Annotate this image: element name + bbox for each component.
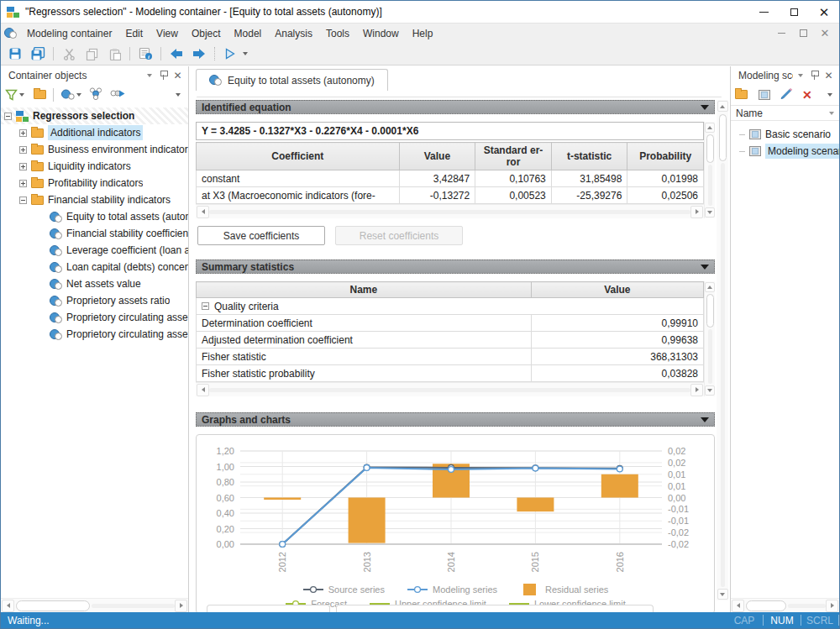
menu-item-model[interactable]: Model	[228, 25, 269, 42]
scroll-right-button[interactable]	[690, 206, 703, 218]
panel-close-button[interactable]: ✕	[171, 69, 185, 82]
hscroll-thumb[interactable]	[16, 600, 90, 611]
summary-group-row[interactable]: Quality criteria	[197, 298, 704, 315]
table-row[interactable]: Fisher statistic probability0,03828	[197, 365, 704, 382]
right-panel-hscrollbar[interactable]	[731, 598, 839, 612]
legend-item[interactable]: Source series	[302, 584, 385, 595]
run-button[interactable]	[220, 45, 240, 63]
hscroll-track[interactable]	[788, 604, 826, 608]
new-folder-button[interactable]	[34, 90, 46, 99]
column-header[interactable]: Probability	[627, 143, 704, 170]
scroll-down-button[interactable]	[705, 207, 715, 218]
model-group-button[interactable]	[89, 87, 102, 102]
vscroll-track[interactable]	[708, 329, 712, 384]
close-button[interactable]: ✕	[809, 1, 839, 23]
panel-pin-button[interactable]	[807, 69, 822, 82]
model-chart[interactable]: 1,201,000,800,600,400,200,000,020,020,01…	[198, 439, 702, 580]
scroll-right-button[interactable]	[690, 384, 703, 396]
menu-item-modeling-container[interactable]: Modeling container	[20, 25, 118, 42]
tree-folder[interactable]: Business environment indicators	[1, 141, 188, 158]
summary-hscrollbar[interactable]	[196, 382, 704, 396]
edit-scenario-button[interactable]	[780, 87, 793, 102]
minimize-button[interactable]	[748, 1, 779, 23]
scroll-up-button[interactable]	[705, 282, 715, 292]
vscroll-track[interactable]	[721, 163, 725, 587]
legend-item[interactable]: Residual series	[519, 584, 608, 595]
object-properties-button[interactable]: i	[135, 45, 155, 63]
toolbar-overflow-caret[interactable]	[176, 93, 181, 97]
scroll-left-button[interactable]	[2, 600, 14, 612]
hscroll-thumb[interactable]	[746, 600, 786, 611]
vscroll-thumb[interactable]	[719, 114, 727, 161]
collapse-expander-icon[interactable]	[19, 129, 27, 137]
column-dropdown-caret[interactable]	[829, 112, 834, 115]
scroll-down-button[interactable]	[717, 589, 728, 600]
mdi-restore-button[interactable]	[792, 25, 814, 42]
back-button[interactable]	[166, 45, 186, 63]
copy-button[interactable]	[81, 45, 102, 63]
delete-scenario-button[interactable]: ✕	[802, 89, 812, 101]
forward-button[interactable]	[189, 45, 209, 63]
scenario-item[interactable]: Modeling scenario	[731, 143, 839, 160]
panel-menu-button[interactable]	[793, 69, 807, 82]
column-header[interactable]: Standard er-ror	[475, 143, 552, 170]
tab-equity-to-total-assets[interactable]: Equity to total assets (autonomy)	[196, 69, 388, 91]
scroll-down-button[interactable]	[705, 385, 715, 396]
tree-leaf-model[interactable]: Proprietory circulating assets	[1, 326, 188, 343]
menu-item-help[interactable]: Help	[406, 25, 440, 42]
menu-item-window[interactable]: Window	[356, 25, 406, 42]
scroll-left-button[interactable]	[732, 600, 744, 612]
menu-item-analysis[interactable]: Analysis	[268, 25, 319, 42]
toolbar-overflow-caret[interactable]	[827, 93, 832, 97]
cut-button[interactable]	[59, 45, 79, 63]
table-row[interactable]: Adjusted determination coefficient0,9963…	[197, 332, 704, 349]
coefficients-hscrollbar[interactable]	[196, 204, 704, 218]
column-header[interactable]: Coefficient	[197, 143, 400, 170]
collapse-expander-icon[interactable]	[19, 180, 27, 187]
maximize-button[interactable]	[779, 1, 809, 23]
table-row[interactable]: Fisher statistic368,31303	[197, 349, 704, 365]
paste-button[interactable]	[104, 45, 124, 63]
new-scenario-button[interactable]	[759, 90, 770, 100]
collapse-expander-icon[interactable]	[19, 163, 27, 170]
tree-root[interactable]: Regressors selection	[1, 107, 188, 124]
hscroll-track[interactable]	[209, 388, 690, 392]
equation-box[interactable]: Y = 3.4285 - 0.1327*X3 - 0.2276*X4 - 0.0…	[196, 122, 704, 140]
save-coefficients-button[interactable]: Save coefficients	[197, 226, 325, 245]
scroll-up-button[interactable]	[717, 101, 728, 112]
summary-vscrollbar[interactable]	[704, 281, 715, 396]
run-models-button[interactable]	[110, 88, 127, 102]
menu-item-edit[interactable]: Edit	[118, 25, 150, 42]
collapse-expander-icon[interactable]	[19, 146, 27, 154]
scroll-right-button[interactable]	[175, 600, 187, 612]
collapse-expander-icon[interactable]	[202, 302, 209, 310]
section-summary-statistics[interactable]: Summary statistics	[196, 259, 715, 274]
column-header[interactable]: t-statistic	[551, 143, 627, 170]
filter-button[interactable]	[5, 89, 24, 101]
tree-leaf-model[interactable]: Equity to total assets (autono	[1, 208, 188, 225]
hidden-bottom-tab[interactable]	[336, 605, 654, 612]
tree-leaf-model[interactable]: Financial stability coefficient	[1, 225, 188, 242]
menu-item-object[interactable]: Object	[185, 25, 228, 42]
panel-menu-button[interactable]	[142, 69, 156, 82]
coefficients-vscrollbar[interactable]	[704, 122, 715, 218]
tree-leaf-model[interactable]: Leverage coefficient (loan ass	[1, 242, 188, 259]
tree-leaf-model[interactable]: Net assets value	[1, 275, 188, 292]
column-header[interactable]: Value	[399, 143, 475, 170]
vscroll-track[interactable]	[708, 165, 712, 206]
tree-leaf-model[interactable]: Proprietory circulating assets	[1, 309, 188, 326]
collapse-expander-icon[interactable]	[4, 113, 12, 120]
hidden-bottom-tab[interactable]	[207, 605, 330, 612]
scroll-right-button[interactable]	[826, 600, 838, 612]
tree-leaf-model[interactable]: Loan capital (debts) concentr	[1, 259, 188, 275]
tree-folder[interactable]: Liquidity indicators	[1, 158, 188, 175]
save-button[interactable]	[5, 45, 25, 63]
scroll-left-button[interactable]	[197, 206, 209, 218]
mdi-close-button[interactable]: ✕	[814, 25, 836, 42]
table-row[interactable]: Determination coefficient0,99910	[197, 315, 704, 332]
column-header[interactable]: Value	[531, 282, 703, 298]
section-identified-equation[interactable]: Identified equation	[196, 100, 715, 114]
menu-item-tools[interactable]: Tools	[319, 25, 356, 42]
menu-item-view[interactable]: View	[150, 25, 185, 42]
scenarios-column-header[interactable]: Name	[731, 105, 839, 121]
